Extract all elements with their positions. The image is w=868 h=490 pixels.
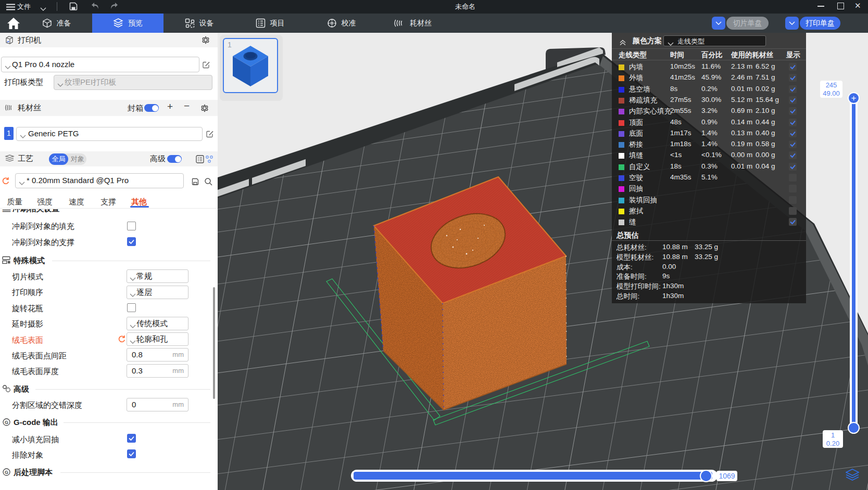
svg-text:G: G xyxy=(5,470,8,475)
svg-text:G: G xyxy=(5,420,8,425)
